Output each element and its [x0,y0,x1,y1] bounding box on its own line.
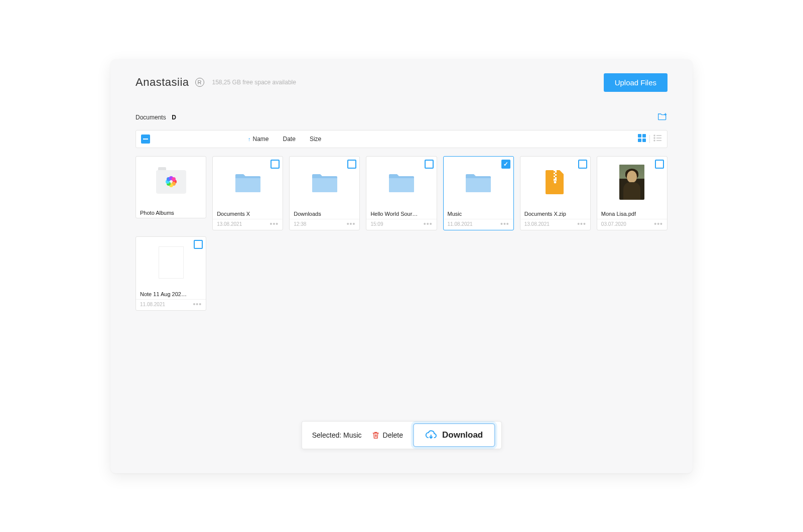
more-icon[interactable]: ••• [424,222,433,225]
more-icon[interactable]: ••• [577,222,586,225]
file-checkbox[interactable] [425,160,434,169]
column-headers: ↑Name Date Size [248,136,321,143]
svg-rect-16 [555,176,557,177]
svg-rect-13 [554,171,555,173]
file-name: Note 11 Aug 202… [136,288,206,299]
file-meta: 11.08.2021 [140,302,165,307]
file-meta: 13.08.2021 [524,221,550,227]
file-meta: 12:38 [294,221,306,227]
selected-text: Selected: Music [312,431,362,439]
upload-files-button[interactable]: Upload Files [604,73,667,92]
download-button[interactable]: Download [413,423,495,447]
file-card[interactable]: Photo Albums [136,156,206,218]
file-name: Hello World Sour… [366,208,436,219]
column-header-bar: ↑Name Date Size [136,130,667,148]
file-name: Downloads [290,208,359,219]
file-name: Documents X [213,208,283,219]
file-meta: 11.08.2021 [448,221,473,227]
file-card[interactable]: Downloads12:38••• [289,156,360,230]
file-thumbnail [136,157,206,207]
svg-point-10 [654,140,655,141]
header: Anastasiia R 158,25 GB free space availa… [136,73,667,92]
more-icon[interactable]: ••• [654,222,663,225]
more-icon[interactable]: ••• [500,222,509,225]
file-thumbnail [290,157,359,208]
trash-icon [372,431,380,439]
file-thumbnail [597,157,667,208]
file-card[interactable]: Documents X.zip13.08.2021••• [520,156,591,230]
svg-rect-2 [638,134,641,138]
breadcrumb[interactable]: Documents D [136,113,178,121]
file-name: Documents X.zip [520,208,590,219]
view-toggle-group [637,134,662,145]
action-bar: Selected: Music Delete Download [302,421,502,449]
file-thumbnail [213,157,283,208]
breadcrumb-badge-icon: D [170,113,178,121]
view-divider [649,135,650,143]
delete-button[interactable]: Delete [372,431,403,439]
more-icon[interactable]: ••• [347,222,356,225]
delete-label: Delete [383,431,403,439]
free-space-text: 158,25 GB free space available [212,79,296,86]
user-name: Anastasiia [136,76,189,89]
file-checkbox[interactable] [578,160,587,169]
svg-point-18 [554,181,557,184]
more-icon[interactable]: ••• [193,303,202,306]
download-label: Download [442,430,483,440]
selected-prefix: Selected: [312,431,343,439]
file-meta: 13.08.2021 [217,221,242,227]
file-name: Music [444,208,513,219]
sort-date[interactable]: Date [283,136,296,143]
svg-rect-14 [555,173,557,174]
breadcrumb-path: Documents [136,114,166,121]
more-icon[interactable]: ••• [270,222,279,225]
svg-point-6 [654,135,655,136]
file-meta: 15:09 [370,221,383,227]
sort-size[interactable]: Size [310,136,321,143]
file-card[interactable]: Music11.08.2021••• [443,156,514,230]
svg-rect-17 [554,177,555,179]
file-thumbnail [520,157,590,208]
brand-badge: R [195,78,204,87]
select-all-toggle[interactable] [141,135,150,144]
cloud-download-icon [425,429,437,441]
file-card[interactable]: Note 11 Aug 202…11.08.2021••• [136,236,206,311]
file-name: Mona Lisa.pdf [597,208,667,219]
file-checkbox[interactable] [347,160,356,169]
selected-item-name: Music [343,431,362,439]
header-left: Anastasiia R 158,25 GB free space availa… [136,76,296,89]
svg-rect-4 [638,139,641,142]
col-name-label: Name [253,136,269,143]
file-checkbox[interactable] [655,160,664,169]
file-card[interactable]: Documents X13.08.2021••• [212,156,283,230]
svg-rect-15 [554,174,555,176]
svg-point-8 [654,138,655,139]
svg-rect-3 [642,134,646,138]
file-checkbox[interactable] [501,160,510,169]
svg-rect-5 [642,139,646,142]
file-checkbox[interactable] [271,160,280,169]
file-card[interactable]: Mona Lisa.pdf03.07.2020••• [597,156,667,230]
breadcrumb-row: Documents D [136,112,667,123]
file-card[interactable]: Hello World Sour…15:09••• [366,156,437,230]
new-folder-icon[interactable] [657,112,667,123]
app-window: Anastasiia R 158,25 GB free space availa… [110,59,693,473]
list-view-icon[interactable] [653,134,662,145]
sort-name[interactable]: ↑Name [248,136,269,143]
file-name: Photo Albums [136,207,206,218]
file-thumbnail [136,237,206,288]
file-grid: Photo AlbumsDocuments X13.08.2021•••Down… [136,156,667,311]
file-meta: 03.07.2020 [601,221,626,227]
grid-view-icon[interactable] [637,134,646,145]
file-thumbnail [444,157,513,208]
sort-arrow-icon: ↑ [248,136,251,142]
file-checkbox[interactable] [194,240,203,249]
file-thumbnail [366,157,436,208]
